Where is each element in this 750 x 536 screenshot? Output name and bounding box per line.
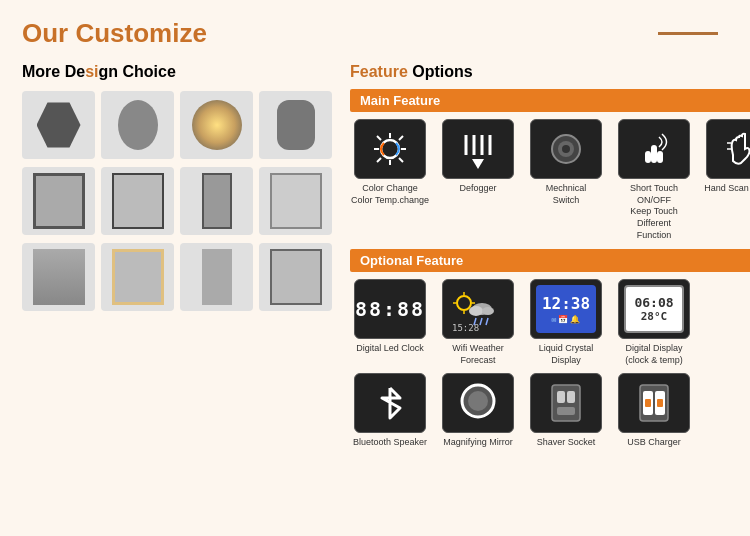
mirror-rect3 (180, 167, 253, 235)
lcd-item: 12:38 ✉📅🔔 Liquid Crystal Display (526, 279, 606, 366)
weather-icon: 15:28 (448, 285, 508, 333)
mirror-circle-light-item (180, 91, 253, 159)
svg-line-33 (480, 318, 482, 325)
digital-display: 06:08 28°C (624, 285, 684, 333)
svg-rect-39 (557, 391, 565, 403)
magnify-label: Magnifying Mirror (443, 437, 513, 449)
magnify-icon (456, 379, 500, 427)
mirror-hanging (180, 243, 253, 311)
usb-item: USB Charger (614, 373, 694, 449)
weather-forecast-item: 15:28 Wifi Weather Forecast (438, 279, 518, 366)
usb-icon (632, 379, 676, 427)
main-feature-icons: Color ChangeColor Temp.change (350, 119, 750, 241)
svg-rect-19 (657, 151, 663, 163)
mirror-oval-item (101, 91, 174, 159)
svg-point-37 (468, 391, 488, 411)
magnify-item: Magnifying Mirror (438, 373, 518, 449)
svg-point-24 (457, 296, 471, 310)
shaver-item: Shaver Socket (526, 373, 606, 449)
mirror-grid-row3 (22, 243, 332, 311)
page-title: Our Customize (22, 18, 207, 49)
svg-text:15:28: 15:28 (452, 323, 479, 333)
hand-sensor-icon-box (706, 119, 750, 179)
bluetooth-label: Bluetooth Speaker (353, 437, 427, 449)
hand-sensor-item: Hand Scan Sensor (702, 119, 750, 241)
circle-light-shape (192, 100, 242, 150)
mirror-led (101, 243, 174, 311)
svg-point-31 (482, 307, 494, 315)
svg-line-8 (377, 158, 381, 162)
touch-label: Short Touch ON/OFFKeep Touch DifferentFu… (614, 183, 694, 241)
mirror-hexagon (22, 91, 95, 159)
defogger-item: Defogger (438, 119, 518, 241)
mirror-grid-row1 (22, 91, 332, 159)
svg-point-0 (381, 140, 399, 158)
svg-rect-41 (557, 407, 575, 415)
switch-label: MechnicalSwitch (546, 183, 587, 206)
digital-led-clock-icon-box: 88:88 (354, 279, 426, 339)
lcd-label: Liquid Crystal Display (526, 343, 606, 366)
bluetooth-item: Bluetooth Speaker (350, 373, 430, 449)
usb-icon-box (618, 373, 690, 433)
shaver-icon-box (530, 373, 602, 433)
weather-icon-box: 15:28 (442, 279, 514, 339)
shaver-icon (544, 379, 588, 427)
digital-display-icon-box: 06:08 28°C (618, 279, 690, 339)
digital-display-label: Digital Display(clock & temp) (625, 343, 683, 366)
mirror-rect4 (259, 167, 332, 235)
hand-sensor-label: Hand Scan Sensor (704, 183, 750, 195)
svg-rect-17 (651, 145, 657, 163)
rect-frame-shape (33, 173, 85, 229)
right-column: Feature Options Main Feature (350, 63, 750, 457)
svg-line-5 (377, 136, 381, 140)
mirror-bath (22, 243, 95, 311)
lcd-display: 12:38 ✉📅🔔 (536, 285, 596, 333)
magnify-icon-box (442, 373, 514, 433)
square-border-shape (270, 173, 322, 229)
optional-feature-section: Optional Feature 88:88 Digital Led Clock (350, 249, 750, 448)
color-change-icon-box (354, 119, 426, 179)
sun-icon (370, 129, 410, 169)
usb-label: USB Charger (627, 437, 681, 449)
touch-icon (635, 127, 673, 171)
hand-scan-icon (723, 127, 750, 171)
switch-item: MechnicalSwitch (526, 119, 606, 241)
wide-shape (270, 249, 322, 305)
rect-simple-shape (112, 173, 164, 229)
shaver-label: Shaver Socket (537, 437, 596, 449)
title-highlight: Customize (75, 18, 206, 48)
svg-rect-46 (657, 399, 663, 407)
header-line (658, 32, 718, 35)
digital-display-item: 06:08 28°C Digital Display(clock & temp) (614, 279, 694, 366)
oval-shape (118, 100, 158, 150)
digital-led-clock-label: Digital Led Clock (356, 343, 424, 355)
svg-line-6 (399, 158, 403, 162)
hanging-shape (202, 249, 232, 305)
mirror-grid-row2 (22, 167, 332, 235)
color-change-item: Color ChangeColor Temp.change (350, 119, 430, 241)
clock-display: 88:88 (355, 297, 425, 321)
hexagon-shape (37, 100, 81, 150)
led-shape (112, 249, 164, 305)
main-feature-header: Main Feature (350, 89, 750, 112)
switch-icon-box (530, 119, 602, 179)
defogger-icon-box (442, 119, 514, 179)
mirror-rect2 (101, 167, 174, 235)
touch-icon-box (618, 119, 690, 179)
lcd-icon-box: 12:38 ✉📅🔔 (530, 279, 602, 339)
defogger-icon (458, 127, 498, 171)
mirror-rect1 (22, 167, 95, 235)
svg-point-16 (562, 145, 570, 153)
touch-item: Short Touch ON/OFFKeep Touch DifferentFu… (614, 119, 694, 241)
bluetooth-icon (372, 382, 408, 424)
design-section-title: More Design Choice (22, 63, 332, 81)
svg-rect-38 (552, 385, 580, 421)
svg-rect-45 (645, 399, 651, 407)
color-change-label: Color ChangeColor Temp.change (351, 183, 429, 206)
feature-section-title: Feature Options (350, 63, 750, 81)
digital-led-clock-item: 88:88 Digital Led Clock (350, 279, 430, 366)
page: Our Customize More Design Choice (0, 0, 750, 536)
mirror-rounded-rect-item (259, 91, 332, 159)
svg-marker-13 (472, 159, 484, 169)
defogger-label: Defogger (459, 183, 496, 195)
